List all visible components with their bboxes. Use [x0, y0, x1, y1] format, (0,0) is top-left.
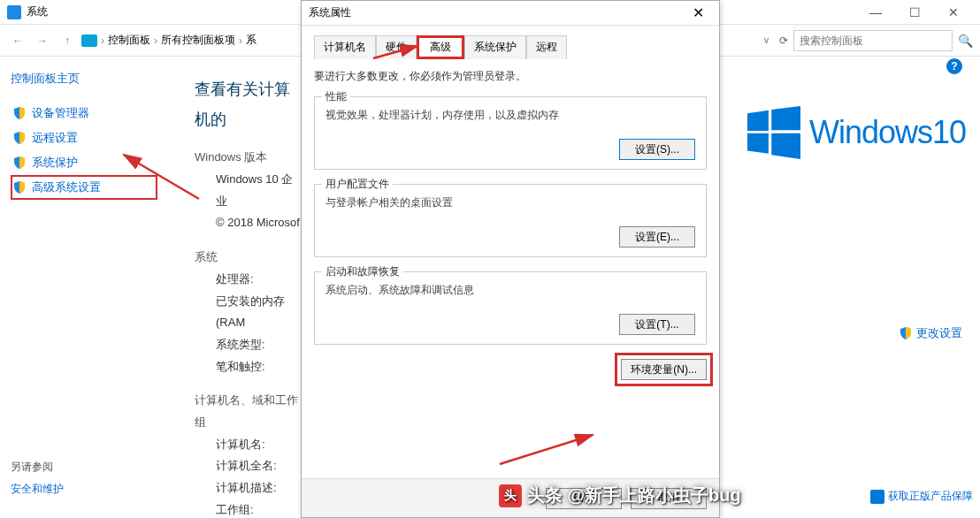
user-profile-text: 与登录帐户相关的桌面设置	[325, 195, 695, 210]
sidebar-item-device-manager[interactable]: 设备管理器	[11, 101, 157, 126]
dialog-tabs: 计算机名 硬件 高级 系统保护 远程	[314, 34, 707, 58]
performance-text: 视觉效果，处理器计划，内存使用，以及虚拟内存	[325, 108, 695, 123]
see-also-heading: 另请参阅	[11, 460, 64, 475]
dropdown-icon[interactable]: v	[759, 35, 774, 45]
performance-title: 性能	[322, 89, 350, 104]
refresh-icon[interactable]: ⟳	[779, 34, 788, 47]
forward-button[interactable]: →	[32, 30, 53, 51]
ram-label: 已安装的内存(RAM	[195, 291, 301, 334]
copyright: © 2018 Microsof	[195, 212, 301, 234]
page-heading: 查看有关计算机的	[195, 74, 301, 134]
startup-settings-button[interactable]: 设置(T)...	[619, 314, 695, 335]
breadcrumb-part[interactable]: 所有控制面板项	[161, 33, 235, 48]
close-button[interactable]: ✕	[934, 0, 973, 25]
watermark: 头 头条 @新手上路小虫子bug	[499, 484, 741, 507]
app-icon	[7, 5, 21, 19]
tab-remote[interactable]: 远程	[526, 35, 567, 59]
workgroup-label: 工作组:	[195, 499, 301, 518]
change-settings-label: 更改设置	[916, 325, 962, 341]
genuine-icon	[870, 490, 884, 504]
system-type-label: 系统类型:	[195, 334, 301, 356]
computer-name-section: 计算机名、域和工作组	[195, 390, 301, 433]
system-section-label: 系统	[195, 247, 301, 269]
watermark-icon: 头	[499, 484, 522, 507]
shield-icon	[12, 131, 27, 145]
startup-text: 系统启动、系统故障和调试信息	[325, 283, 695, 298]
pen-touch-label: 笔和触控:	[195, 356, 301, 378]
search-input[interactable]	[793, 30, 953, 51]
performance-group: 性能 视觉效果，处理器计划，内存使用，以及虚拟内存 设置(S)...	[314, 96, 707, 170]
maximize-button[interactable]: ☐	[895, 0, 934, 25]
watermark-text: 头条 @新手上路小虫子bug	[527, 484, 741, 507]
shield-icon	[12, 106, 27, 120]
breadcrumb-part[interactable]: 系	[246, 33, 256, 48]
startup-recovery-group: 启动和故障恢复 系统启动、系统故障和调试信息 设置(T)...	[314, 271, 707, 345]
sidebar-item-label: 设备管理器	[32, 105, 89, 121]
processor-label: 处理器:	[195, 269, 301, 291]
tab-advanced[interactable]: 高级	[417, 35, 464, 59]
security-maintenance-link[interactable]: 安全和维护	[11, 482, 64, 497]
windows-logo-icon	[747, 106, 800, 159]
sidebar: 控制面板主页 设备管理器 远程设置 系统保护 高级系统设置 另请	[0, 57, 168, 518]
sidebar-item-protection[interactable]: 系统保护	[11, 150, 157, 175]
sidebar-item-advanced-settings[interactable]: 高级系统设置	[11, 175, 157, 200]
user-profile-title: 用户配置文件	[322, 177, 393, 192]
shield-icon	[12, 156, 27, 170]
system-info-panel: 查看有关计算机的 Windows 版本 Windows 10 企业 © 2018…	[168, 57, 310, 518]
search-icon[interactable]: 🔍	[958, 34, 973, 48]
full-name-label: 计算机全名:	[195, 455, 301, 477]
system-properties-dialog: 系统属性 ✕ 计算机名 硬件 高级 系统保护 远程 要进行大多数更改，你必须作为…	[301, 0, 720, 518]
computer-desc-label: 计算机描述:	[195, 477, 301, 499]
admin-note: 要进行大多数更改，你必须作为管理员登录。	[314, 69, 707, 84]
sidebar-title[interactable]: 控制面板主页	[11, 71, 157, 87]
computer-name-label: 计算机名:	[195, 434, 301, 456]
change-settings-link[interactable]: 更改设置	[899, 325, 962, 341]
tab-computer-name[interactable]: 计算机名	[314, 35, 376, 59]
tab-system-protection[interactable]: 系统保护	[464, 35, 526, 59]
window-controls: — ☐ ✕	[856, 0, 973, 25]
tab-hardware[interactable]: 硬件	[376, 35, 417, 59]
control-panel-icon	[81, 34, 97, 47]
up-button[interactable]: ↑	[57, 30, 78, 51]
environment-variables-button[interactable]: 环境变量(N)...	[621, 359, 707, 380]
sidebar-item-label: 高级系统设置	[32, 179, 101, 195]
shield-icon	[12, 180, 27, 194]
sidebar-bottom: 另请参阅 安全和维护	[11, 460, 64, 497]
windows10-logo: Windows10	[747, 106, 966, 159]
breadcrumb[interactable]: › 控制面板 › 所有控制面板项 › 系	[81, 33, 256, 48]
sidebar-item-label: 系统保护	[32, 155, 78, 171]
dialog-close-button[interactable]: ✕	[684, 3, 712, 24]
dialog-title: 系统属性	[309, 5, 351, 20]
breadcrumb-part[interactable]: 控制面板	[108, 33, 150, 48]
minimize-button[interactable]: —	[856, 0, 895, 25]
genuine-link[interactable]: 获取正版产品保障	[870, 489, 973, 504]
windows-version: Windows 10 企业	[195, 169, 301, 212]
startup-title: 启动和故障恢复	[322, 264, 403, 279]
shield-icon	[899, 326, 913, 340]
genuine-label: 获取正版产品保障	[888, 489, 973, 504]
window-title: 系统	[27, 4, 48, 19]
help-icon[interactable]: ?	[946, 58, 962, 74]
windows10-text: Windows10	[809, 114, 966, 151]
windows-edition-label: Windows 版本	[195, 147, 301, 169]
dialog-titlebar: 系统属性 ✕	[302, 1, 719, 26]
performance-settings-button[interactable]: 设置(S)...	[619, 139, 695, 160]
sidebar-item-remote[interactable]: 远程设置	[11, 126, 157, 150]
user-profile-settings-button[interactable]: 设置(E)...	[619, 226, 695, 248]
sidebar-item-label: 远程设置	[32, 130, 78, 146]
back-button[interactable]: ←	[7, 30, 28, 51]
user-profile-group: 用户配置文件 与登录帐户相关的桌面设置 设置(E)...	[314, 184, 707, 257]
